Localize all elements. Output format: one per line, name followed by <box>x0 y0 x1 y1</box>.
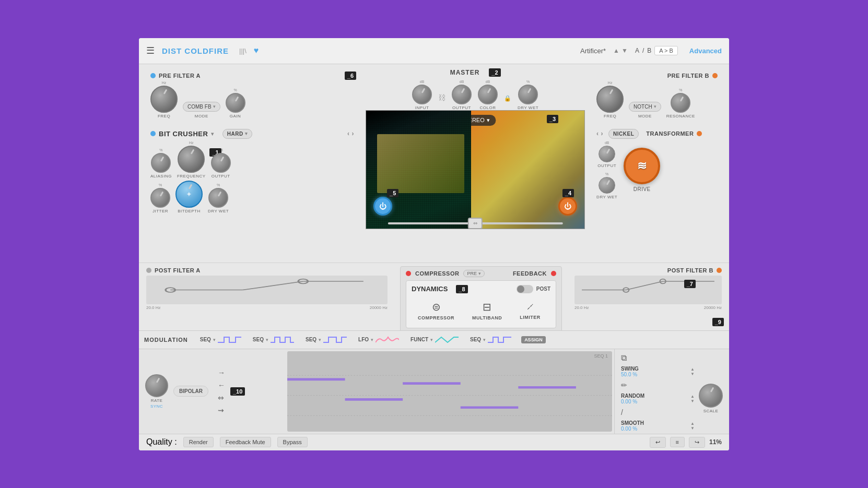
line-icon-btn[interactable]: / <box>621 408 695 417</box>
power-button-orange[interactable]: ⏻ <box>558 197 577 216</box>
compressor-pre-badge[interactable]: PRE ▾ <box>463 270 484 277</box>
mod-slot-5[interactable]: FUNCT ▾ <box>407 334 462 346</box>
pre-filter-a-led[interactable] <box>150 73 156 78</box>
center-slider[interactable]: ⇔ <box>388 222 562 224</box>
compressor-led[interactable] <box>406 271 411 276</box>
modulation-content: RATE SYNC BIPOLAR → ← ⇔ ⇝ _10 SEQ 1 <box>139 349 729 434</box>
aliasing-knob[interactable] <box>151 153 171 173</box>
smooth-stepper[interactable]: ▲▼ <box>690 421 695 431</box>
pre-filter-b-knobs: Hz FREQ NOTCH ▾ MODE % <box>596 81 718 118</box>
pre-filter-a-mode-dropdown[interactable]: COMB FB ▾ <box>183 102 220 112</box>
mod-right-content: ⧉ SWING 50.0 % ▲▼ <box>621 353 723 434</box>
render-button[interactable]: Render <box>183 437 214 447</box>
bit-crusher-section: BIT CRUSHER ▾ HARD ▾ ‹ › % <box>146 126 358 217</box>
zoom-level: 11% <box>709 438 722 446</box>
pre-filter-b-led[interactable] <box>712 73 718 78</box>
master-title: MASTER <box>450 69 480 76</box>
rate-knob[interactable] <box>145 374 168 397</box>
mod-slot-1[interactable]: SEQ ▾ <box>196 334 245 346</box>
master-color-knob[interactable] <box>478 85 498 104</box>
pre-filter-a-freq-knob[interactable] <box>150 86 178 113</box>
post-toggle-switch[interactable] <box>517 285 533 293</box>
jitter-knob[interactable] <box>150 188 170 208</box>
pfb-freq-knob[interactable] <box>596 86 624 113</box>
transformer-nav: ‹ › <box>596 130 603 137</box>
pfb-resonance-knob[interactable] <box>671 93 690 113</box>
power-button-blue[interactable]: ⏻ <box>373 197 392 216</box>
lock-icon[interactable]: 🔒 <box>504 95 511 110</box>
swing-stepper[interactable]: ▲▼ <box>690 367 695 376</box>
pre-filter-a-title: PRE FILTER A <box>159 73 201 79</box>
menu-button[interactable]: ≡ <box>670 437 685 447</box>
bypass-button[interactable]: Bypass <box>277 437 308 447</box>
feedback-mute-button[interactable]: Feedback Mute <box>220 437 271 447</box>
copy-icon-btn[interactable]: ⧉ <box>621 353 695 363</box>
dynamics-header: DYNAMICS _8 POST <box>412 285 550 293</box>
redo-button[interactable]: ↪ <box>689 437 705 448</box>
nav-up-arrow[interactable]: ▲ <box>613 47 619 54</box>
post-filter-a-graph[interactable] <box>146 276 388 304</box>
transformer-led[interactable] <box>697 131 702 136</box>
ab-copy-btn[interactable]: A > B <box>654 46 678 55</box>
multiband-btn[interactable]: ⊟ MULTIBAND <box>466 297 508 324</box>
transformer-drywet-knob[interactable] <box>599 177 615 194</box>
bit-crusher-led[interactable] <box>150 131 156 136</box>
modulation-title: MODULATION <box>144 337 188 343</box>
undo-button[interactable]: ↩ <box>650 437 666 448</box>
random-stepper[interactable]: ▲▼ <box>690 394 695 403</box>
post-filter-b-led[interactable] <box>717 268 722 273</box>
slider-thumb[interactable]: ⇔ <box>468 218 483 229</box>
trans-next-arrow[interactable]: › <box>601 130 604 137</box>
modulation-seq-display: SEQ 1 <box>285 349 614 434</box>
badge-7: _7 <box>684 280 696 288</box>
post-filter-b-graph[interactable]: _7 <box>574 276 722 304</box>
pfb-mode-dropdown[interactable]: NOTCH ▾ <box>629 102 661 112</box>
transformer-drive-knob[interactable]: ≋ <box>624 148 660 184</box>
assign-button[interactable]: ASSIGN <box>521 336 546 343</box>
link-icon[interactable]: ⛓ <box>438 93 445 110</box>
drywet-knob[interactable] <box>208 188 228 208</box>
bc-next-arrow[interactable]: › <box>352 130 355 137</box>
scale-knob[interactable] <box>699 384 723 408</box>
bit-crusher-mode-dropdown[interactable]: HARD ▾ <box>222 129 252 139</box>
bit-crusher-title-chevron[interactable]: ▾ <box>211 131 214 137</box>
svg-line-1 <box>243 281 303 290</box>
arrow-left-icon[interactable]: ← <box>218 381 225 389</box>
hamburger-icon[interactable]: ☰ <box>146 45 155 56</box>
trans-prev-arrow[interactable]: ‹ <box>596 130 599 137</box>
nickel-dropdown[interactable]: NICKEL <box>608 129 639 139</box>
bc-prev-arrow[interactable]: ‹ <box>347 130 350 137</box>
pre-filter-a-gain-knob[interactable] <box>226 93 245 113</box>
mod-slot-2[interactable]: SEQ ▾ <box>249 334 298 346</box>
limiter-btn[interactable]: ⟋ LIMITER <box>513 297 547 324</box>
mod-slot-3[interactable]: SEQ ▾ <box>302 334 350 346</box>
post-filter-a-led[interactable] <box>146 268 151 273</box>
bipolar-button[interactable]: BIPOLAR <box>173 386 208 397</box>
advanced-btn[interactable]: Advanced <box>689 47 722 55</box>
nav-down-arrow[interactable]: ▼ <box>621 47 628 54</box>
pfb-resonance-knob-group: % RESONANCE <box>666 88 695 118</box>
compressor-bar: COMPRESSOR PRE ▾ FEEDBACK DYNAM <box>400 266 562 332</box>
mod-slot-4[interactable]: LFO ▾ <box>355 334 403 346</box>
bright-overlay <box>377 134 464 193</box>
arrow-bidir-icon[interactable]: ⇔ <box>218 394 225 402</box>
compressor-title: COMPRESSOR <box>415 270 459 277</box>
master-drywet-knob[interactable] <box>518 85 538 104</box>
compressor-btn[interactable]: ⊜ COMPRESSOR <box>412 297 461 324</box>
arrow-right-icon[interactable]: → <box>218 368 225 377</box>
output-knob[interactable] <box>211 153 231 173</box>
heart-icon[interactable]: ♥ <box>254 46 259 55</box>
master-output-knob[interactable] <box>452 85 472 104</box>
visualizer-area[interactable]: STEREO ▾ _3 ⏻ ⏻ _5 _4 ⇔ <box>366 110 585 229</box>
arrow-bounce-icon[interactable]: ⇝ <box>218 406 225 414</box>
mod-slot-6[interactable]: SEQ ▾ <box>466 334 515 346</box>
pencil-icon-btn[interactable]: ✏ <box>621 380 695 390</box>
direction-arrows: → ← ⇔ ⇝ <box>218 368 225 414</box>
transformer-controls: dB OUTPUT % DRY WET <box>596 141 718 199</box>
transformer-output-knob[interactable] <box>599 146 615 162</box>
master-input-knob[interactable] <box>412 85 432 104</box>
frequency-knob[interactable] <box>178 146 205 173</box>
seq-canvas[interactable]: SEQ 1 <box>287 351 612 432</box>
feedback-led[interactable] <box>551 271 556 276</box>
bitdepth-knob[interactable]: ✦ <box>175 181 203 208</box>
